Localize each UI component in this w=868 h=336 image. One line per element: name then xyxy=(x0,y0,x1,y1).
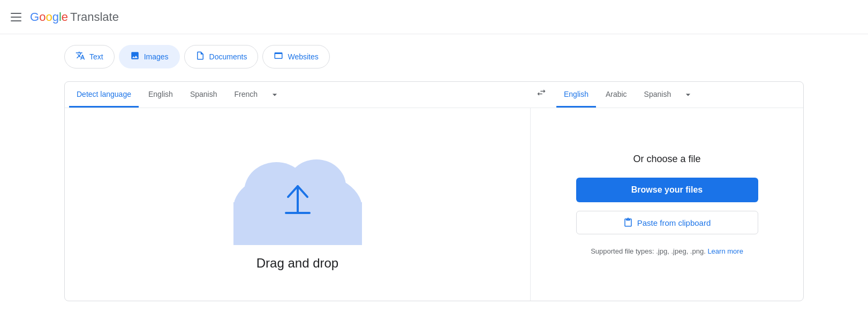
paste-clipboard-button[interactable]: Paste from clipboard xyxy=(576,211,758,234)
learn-more-link[interactable]: Learn more xyxy=(707,247,743,255)
clipboard-icon xyxy=(623,218,633,227)
header: Google Translate xyxy=(0,0,868,34)
translate-icon xyxy=(76,51,85,63)
tab-images-label: Images xyxy=(144,52,169,61)
target-lang-spanish[interactable]: Spanish xyxy=(637,82,679,108)
source-lang-more-button[interactable] xyxy=(267,85,282,104)
right-panel: Or choose a file Browse your files Paste… xyxy=(531,108,803,301)
or-choose-text: Or choose a file xyxy=(633,154,700,165)
menu-icon[interactable] xyxy=(11,13,21,21)
swap-languages-button[interactable] xyxy=(531,82,552,103)
language-bars: Detect language English Spanish French E… xyxy=(65,82,803,108)
drag-drop-text: Drag and drop xyxy=(256,256,338,271)
document-icon xyxy=(195,51,205,63)
source-lang-detect[interactable]: Detect language xyxy=(69,82,139,108)
google-logo: Google xyxy=(30,10,68,24)
target-lang-bar: English Arabic Spanish xyxy=(552,82,803,108)
source-lang-bar: Detect language English Spanish French xyxy=(65,82,531,108)
source-lang-french[interactable]: French xyxy=(227,82,265,108)
main-content: Text Images Documents Websites Dete xyxy=(0,34,868,312)
source-lang-english[interactable]: English xyxy=(141,82,180,108)
cloud-upload-icon xyxy=(223,138,373,245)
tab-buttons: Text Images Documents Websites xyxy=(64,45,804,68)
upload-drop-area[interactable]: Drag and drop xyxy=(65,108,531,301)
target-lang-english[interactable]: English xyxy=(556,82,596,108)
source-lang-spanish[interactable]: Spanish xyxy=(183,82,225,108)
content-area: Drag and drop Or choose a file Browse yo… xyxy=(65,108,803,301)
browse-files-button[interactable]: Browse your files xyxy=(576,178,758,202)
tab-websites-label: Websites xyxy=(288,52,318,61)
tab-websites[interactable]: Websites xyxy=(262,45,329,68)
tab-images[interactable]: Images xyxy=(119,45,180,68)
tab-text[interactable]: Text xyxy=(64,45,115,68)
target-lang-arabic[interactable]: Arabic xyxy=(598,82,635,108)
supported-file-types: Supported file types: .jpg, .jpeg, .png.… xyxy=(591,247,743,255)
tab-text-label: Text xyxy=(89,52,103,61)
image-icon xyxy=(130,51,140,63)
translate-container: Detect language English Spanish French E… xyxy=(64,81,804,301)
app-title: Translate xyxy=(70,10,119,24)
website-icon xyxy=(274,51,283,63)
paste-clipboard-label: Paste from clipboard xyxy=(637,218,711,227)
target-lang-more-button[interactable] xyxy=(681,85,696,104)
tab-documents-label: Documents xyxy=(209,52,247,61)
tab-documents[interactable]: Documents xyxy=(184,45,259,68)
